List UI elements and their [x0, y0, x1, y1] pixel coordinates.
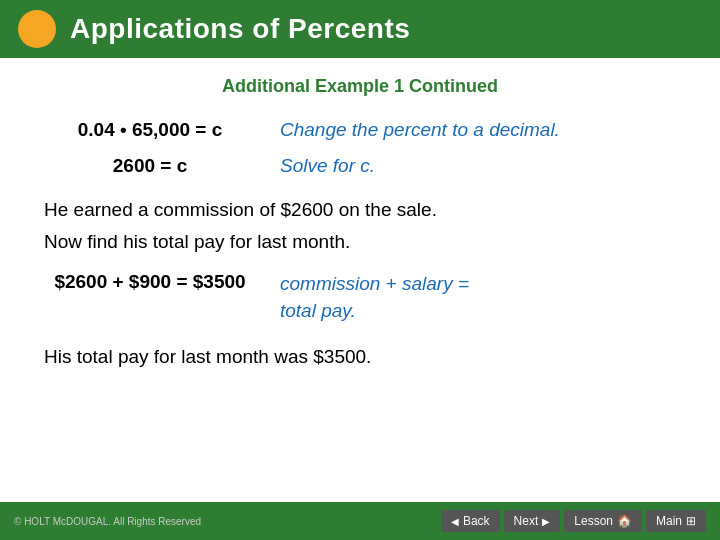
home-icon: 🏠: [617, 514, 632, 528]
main-content: Additional Example 1 Continued 0.04 • 65…: [0, 58, 720, 502]
page: Applications of Percents Additional Exam…: [0, 0, 720, 540]
statement-1: He earned a commission of $2600 on the s…: [40, 199, 680, 221]
footer-button-group: ◀ Back Next ▶ Lesson 🏠 Main ⊞: [441, 510, 706, 532]
orange-circle-icon: [18, 10, 56, 48]
equation-3-right: commission + salary = total pay.: [260, 271, 469, 324]
equation-3-right-line1: commission + salary =: [280, 273, 469, 294]
equation-1-left: 0.04 • 65,000 = c: [40, 119, 260, 141]
header-bar: Applications of Percents: [0, 0, 720, 58]
equation-row-2: 2600 = c Solve for c.: [40, 155, 680, 177]
footer-bar: © HOLT McDOUGAL. All Rights Reserved ◀ B…: [0, 502, 720, 540]
copyright-text: © HOLT McDOUGAL. All Rights Reserved: [14, 516, 201, 527]
equation-row-1: 0.04 • 65,000 = c Change the percent to …: [40, 119, 680, 141]
statement-2: Now find his total pay for last month.: [40, 231, 680, 253]
equation-3-right-line2: total pay.: [280, 300, 356, 321]
equation-3-left: $2600 + $900 = $3500: [40, 271, 260, 293]
back-arrow-icon: ◀: [451, 516, 459, 527]
grid-icon: ⊞: [686, 514, 696, 528]
next-arrow-icon: ▶: [542, 516, 550, 527]
back-label: Back: [463, 514, 490, 528]
main-button[interactable]: Main ⊞: [646, 510, 706, 532]
back-button[interactable]: ◀ Back: [441, 510, 500, 532]
next-button[interactable]: Next ▶: [504, 510, 561, 532]
lesson-button[interactable]: Lesson 🏠: [564, 510, 642, 532]
main-label: Main: [656, 514, 682, 528]
equation-1-right: Change the percent to a decimal.: [260, 119, 560, 141]
final-statement: His total pay for last month was $3500.: [40, 346, 680, 368]
next-label: Next: [514, 514, 539, 528]
equation-2-right: Solve for c.: [260, 155, 375, 177]
equation-2-left: 2600 = c: [40, 155, 260, 177]
equation-row-3: $2600 + $900 = $3500 commission + salary…: [40, 271, 680, 324]
page-title: Applications of Percents: [70, 13, 410, 45]
lesson-label: Lesson: [574, 514, 613, 528]
section-subtitle: Additional Example 1 Continued: [40, 76, 680, 97]
